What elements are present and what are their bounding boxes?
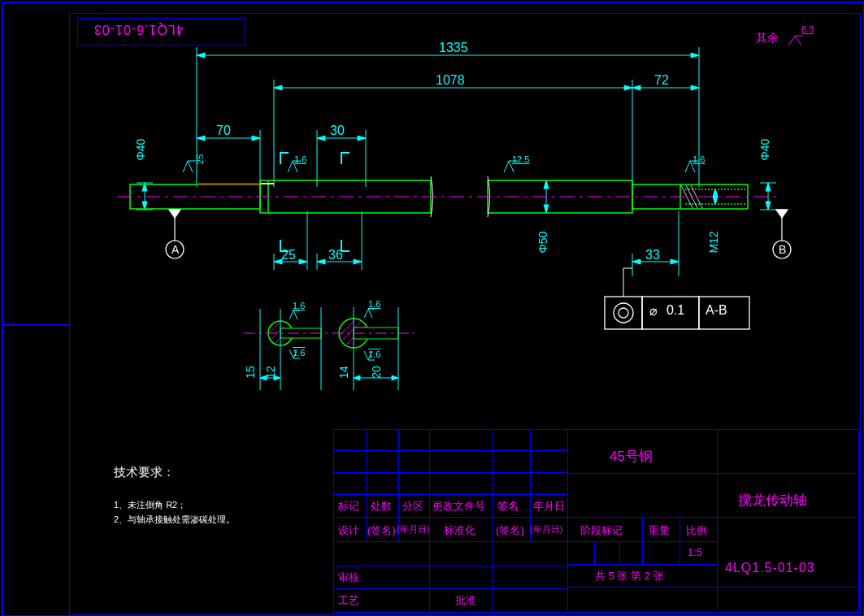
tech-req-1: 1、未注倒角 R2； [114,499,186,511]
dim-36: 36 [328,248,343,262]
cross-marker [0,0,73,616]
fcf-dia: ⌀ [649,303,658,319]
tb-design: 设计 [338,523,359,538]
tb-zone: 分区 [402,499,423,514]
svg-marker-8 [274,85,282,90]
tb-date3: (年月日) [530,523,562,536]
tb-sign2: (签名) [367,523,396,538]
tb-date2: (年月日) [397,523,429,536]
tb-sign3: (签名) [496,523,524,538]
tb-material: 45号钢 [610,447,653,466]
svg-marker-12 [691,85,699,90]
dim-phi50: Φ50 [536,232,549,254]
dim-33: 33 [645,248,660,262]
svg-marker-69 [169,210,180,218]
svg-point-76 [614,303,633,323]
svg-marker-16 [252,136,260,141]
sf-125: 12.5 [512,154,529,164]
dim-30: 30 [330,124,345,138]
dim-25: 25 [281,248,296,262]
svg-marker-103 [392,375,398,380]
tb-doc: 更改文件号 [432,499,485,514]
dim-1335: 1335 [439,41,468,55]
sf-sec16c: 1.6 [293,348,305,358]
tb-scale-val: 1:5 [688,546,702,558]
dim-m12: M12 [707,231,720,253]
tb-approve: 批准 [455,593,476,608]
dim-sec15: 15 [244,366,257,379]
fcf-ref: A-B [706,303,727,318]
svg-marker-4 [691,53,699,58]
sf-16a: 1.6 [294,154,306,164]
svg-marker-45 [671,259,679,264]
dim-phi40l: Φ40 [134,139,147,161]
svg-marker-11 [632,85,640,90]
tb-check: 审核 [338,570,359,585]
svg-marker-73 [776,210,788,218]
svg-marker-44 [632,259,640,264]
dim-sec20: 20 [370,366,383,379]
dim-sec14: 14 [337,366,350,379]
tb-process: 工艺 [338,593,359,608]
tech-req-2: 2、与轴承接触处需渗碳处理。 [114,514,235,526]
svg-marker-48 [544,180,549,189]
sf-sec16a: 1.6 [293,301,305,310]
svg-marker-21 [358,136,366,141]
svg-marker-102 [354,375,360,380]
svg-marker-39 [354,259,362,264]
tb-date: 年月日 [533,499,565,514]
dim-sec12: 12 [264,366,277,379]
tb-std: 标准化 [444,523,475,538]
sf-25: 25 [195,154,205,164]
svg-marker-49 [544,205,549,213]
svg-point-77 [619,308,628,318]
tb-sheets: 共 5 张 第 2 张 [595,569,664,583]
tb-mark: 标记 [338,499,359,514]
dim-phi40r: Φ40 [758,139,771,161]
dim-1078: 1078 [436,73,465,88]
svg-marker-38 [317,259,325,264]
dim-70: 70 [216,124,231,138]
tb-drawno: 4LQ1.5-01-03 [725,561,815,575]
tb-mass: 重量 [649,523,670,538]
tb-stage: 阶段标记 [580,523,623,538]
sf-sec16b: 1.6 [368,299,380,309]
tb-scale: 比例 [686,523,707,538]
tech-req-title: 技术要求： [114,465,175,480]
svg-rect-75 [605,297,642,329]
fcf-tol: 0.1 [666,303,684,318]
tb-qty: 处数 [371,499,392,514]
svg-marker-15 [197,136,205,141]
dim-72: 72 [654,73,669,88]
datum-a: A [171,243,179,256]
svg-marker-29 [766,202,771,210]
tb-sign: 签名 [497,499,519,514]
sf-sec16d: 1.6 [368,349,380,359]
svg-marker-3 [197,53,205,58]
sf-16b: 1.6 [693,154,705,164]
tb-partname: 搅龙传动轴 [738,491,807,510]
svg-marker-20 [317,136,325,141]
title-block [333,429,859,613]
datum-b: B [779,243,786,256]
svg-marker-35 [299,259,307,264]
svg-marker-28 [766,183,771,191]
